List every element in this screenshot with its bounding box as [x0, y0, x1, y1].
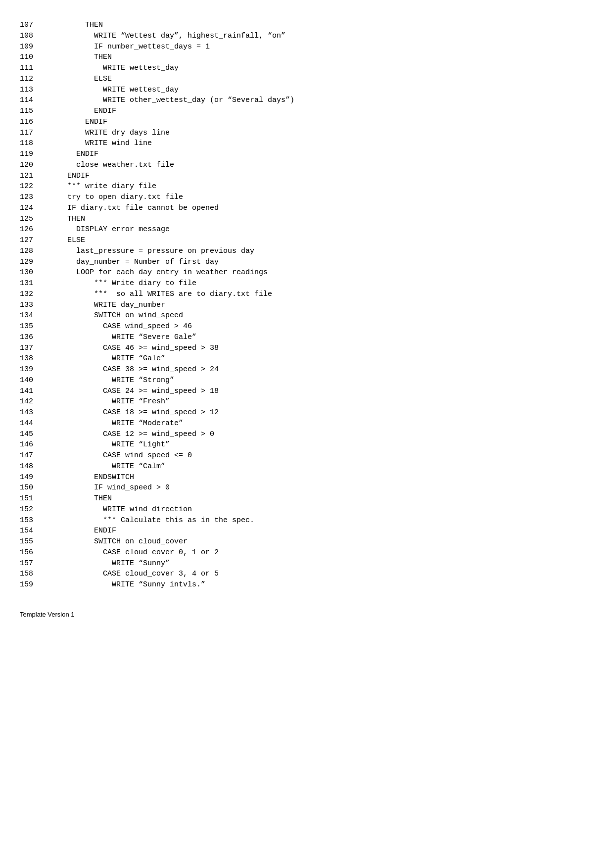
code-line: 158 CASE cloud_cover 3, 4 or 5: [20, 569, 594, 579]
line-number: 110: [20, 52, 49, 63]
footer: Template Version 1: [20, 610, 594, 620]
line-content: WRITE “Moderate”: [49, 418, 594, 429]
code-line: 110 THEN: [20, 52, 594, 63]
line-number: 145: [20, 429, 49, 440]
code-line: 119 ENDIF: [20, 149, 594, 160]
line-content: *** so all WRITES are to diary.txt file: [49, 289, 594, 300]
code-line: 122 *** write diary file: [20, 181, 594, 192]
line-number: 137: [20, 343, 49, 354]
line-number: 128: [20, 246, 49, 257]
line-number: 108: [20, 31, 49, 42]
code-line: 130 LOOP for each day entry in weather r…: [20, 267, 594, 278]
line-content: ELSE: [49, 235, 594, 246]
code-line: 112 ELSE: [20, 74, 594, 85]
line-number: 154: [20, 526, 49, 536]
code-line: 118 WRITE wind line: [20, 138, 594, 149]
line-content: WRITE “Light”: [49, 439, 594, 450]
line-content: SWITCH on cloud_cover: [49, 536, 594, 547]
line-content: THEN: [49, 20, 594, 31]
code-line: 153 *** Calculate this as in the spec.: [20, 515, 594, 526]
line-content: DISPLAY error message: [49, 224, 594, 235]
line-content: WRITE wind line: [49, 138, 594, 149]
line-content: ENDIF: [49, 149, 594, 160]
line-number: 124: [20, 203, 49, 214]
code-line: 113 WRITE wettest_day: [20, 85, 594, 96]
line-number: 138: [20, 353, 49, 364]
line-content: ENDIF: [49, 526, 594, 536]
line-content: CASE 38 >= wind_speed > 24: [49, 364, 594, 375]
line-number: 157: [20, 558, 49, 569]
line-number: 134: [20, 310, 49, 321]
code-line: 140 WRITE “Strong”: [20, 375, 594, 386]
line-number: 126: [20, 224, 49, 235]
line-number: 117: [20, 128, 49, 139]
line-content: WRITE “Strong”: [49, 375, 594, 386]
code-line: 125 THEN: [20, 214, 594, 225]
line-content: WRITE wind direction: [49, 504, 594, 515]
line-content: IF diary.txt file cannot be opened: [49, 203, 594, 214]
code-line: 147 CASE wind_speed <= 0: [20, 450, 594, 461]
line-number: 148: [20, 461, 49, 472]
line-number: 120: [20, 160, 49, 171]
line-content: *** Write diary to file: [49, 278, 594, 289]
line-content: CASE cloud_cover 3, 4 or 5: [49, 569, 594, 579]
code-container: 107 THEN108 WRITE “Wettest day”, highest…: [20, 20, 594, 590]
template-version: Template Version 1: [20, 611, 75, 618]
code-line: 109 IF number_wettest_days = 1: [20, 42, 594, 52]
line-content: THEN: [49, 52, 594, 63]
code-line: 146 WRITE “Light”: [20, 439, 594, 450]
line-number: 129: [20, 257, 49, 268]
code-line: 159 WRITE “Sunny intvls.”: [20, 579, 594, 590]
line-content: *** Calculate this as in the spec.: [49, 515, 594, 526]
line-content: CASE wind_speed > 46: [49, 321, 594, 332]
line-number: 133: [20, 300, 49, 311]
line-number: 119: [20, 149, 49, 160]
code-line: 152 WRITE wind direction: [20, 504, 594, 515]
code-line: 154 ENDIF: [20, 526, 594, 536]
code-line: 157 WRITE “Sunny”: [20, 558, 594, 569]
line-number: 150: [20, 482, 49, 493]
line-content: CASE cloud_cover 0, 1 or 2: [49, 547, 594, 558]
line-content: ENDSWITCH: [49, 472, 594, 483]
line-content: try to open diary.txt file: [49, 192, 594, 203]
line-number: 125: [20, 214, 49, 225]
line-number: 155: [20, 536, 49, 547]
code-line: 132 *** so all WRITES are to diary.txt f…: [20, 289, 594, 300]
line-content: WRITE “Fresh”: [49, 396, 594, 407]
line-number: 158: [20, 569, 49, 579]
line-number: 146: [20, 439, 49, 450]
line-number: 156: [20, 547, 49, 558]
line-number: 152: [20, 504, 49, 515]
code-line: 124 IF diary.txt file cannot be opened: [20, 203, 594, 214]
line-number: 130: [20, 267, 49, 278]
line-number: 113: [20, 85, 49, 96]
line-content: close weather.txt file: [49, 160, 594, 171]
code-line: 143 CASE 18 >= wind_speed > 12: [20, 407, 594, 418]
line-content: THEN: [49, 493, 594, 504]
line-content: CASE 46 >= wind_speed > 38: [49, 343, 594, 354]
code-line: 150 IF wind_speed > 0: [20, 482, 594, 493]
line-content: WRITE “Wettest day”, highest_rainfall, “…: [49, 31, 594, 42]
code-line: 155 SWITCH on cloud_cover: [20, 536, 594, 547]
line-content: CASE 18 >= wind_speed > 12: [49, 407, 594, 418]
code-line: 131 *** Write diary to file: [20, 278, 594, 289]
code-line: 144 WRITE “Moderate”: [20, 418, 594, 429]
line-number: 140: [20, 375, 49, 386]
code-line: 151 THEN: [20, 493, 594, 504]
line-number: 141: [20, 386, 49, 397]
line-number: 118: [20, 138, 49, 149]
code-line: 121 ENDIF: [20, 171, 594, 182]
line-number: 131: [20, 278, 49, 289]
line-number: 136: [20, 332, 49, 343]
line-content: WRITE “Sunny”: [49, 558, 594, 569]
line-content: last_pressure = pressure on previous day: [49, 246, 594, 257]
line-number: 116: [20, 117, 49, 128]
line-number: 142: [20, 396, 49, 407]
line-number: 159: [20, 579, 49, 590]
line-content: IF wind_speed > 0: [49, 482, 594, 493]
line-content: WRITE day_number: [49, 300, 594, 311]
line-content: THEN: [49, 214, 594, 225]
line-content: *** write diary file: [49, 181, 594, 192]
line-content: WRITE “Severe Gale”: [49, 332, 594, 343]
line-number: 147: [20, 450, 49, 461]
